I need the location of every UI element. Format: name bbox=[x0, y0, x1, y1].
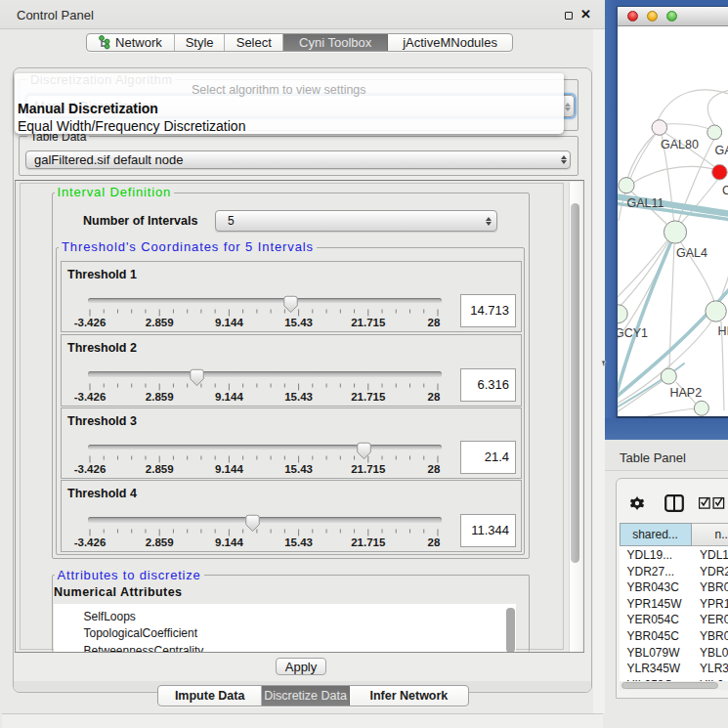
svg-text:GAL11: GAL11 bbox=[627, 196, 664, 210]
svg-text:HAP2: HAP2 bbox=[670, 386, 703, 400]
svg-text:GA: GA bbox=[715, 144, 728, 157]
svg-text:GAL80: GAL80 bbox=[661, 138, 699, 151]
svg-text:CY: CY bbox=[722, 184, 728, 197]
svg-text:GCY1: GCY1 bbox=[618, 326, 648, 340]
svg-text:HI: HI bbox=[718, 324, 728, 338]
svg-text:GAL4: GAL4 bbox=[676, 246, 707, 260]
